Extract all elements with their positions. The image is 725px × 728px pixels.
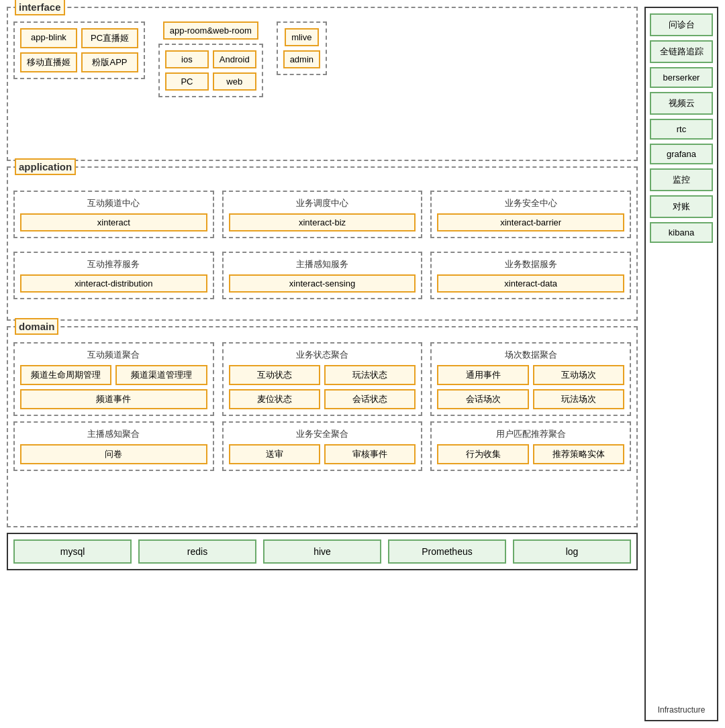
admin-box: admin xyxy=(283,50,320,68)
infra-wrapper: mysql redis hive Prometheus log xyxy=(7,533,638,570)
pc-box: PC xyxy=(165,72,209,91)
maiwei-state-box: 麦位状态 xyxy=(229,389,320,409)
xinteract-sensing-box: xinteract-sensing xyxy=(229,274,416,293)
prometheus-box: Prometheus xyxy=(388,539,506,564)
approom-container: app-room&web-room ios Android PC web xyxy=(158,21,263,97)
app-group-2: 业务调度中心 xinteract-biz xyxy=(222,191,423,238)
right-item-6: 监控 xyxy=(650,168,713,191)
right-item-2: berserker xyxy=(650,67,713,88)
pinddao-event-box: 频道事件 xyxy=(20,389,207,409)
app-row2: 互动推荐服务 xinteract-distribution 主播感知服务 xin… xyxy=(13,244,631,299)
hudong-changci-box: 互动场次 xyxy=(533,365,624,385)
shenhe-event-box: 审核事件 xyxy=(324,444,416,464)
songshen-box: 送审 xyxy=(229,444,320,464)
domain-label: domain xyxy=(15,318,58,335)
right-item-1: 全链路追踪 xyxy=(650,40,713,63)
xinteract-data-box: xinteract-data xyxy=(437,274,624,293)
xinteract-box: xinteract xyxy=(20,213,207,231)
domain-group-1-grid: 频道生命周期管理 频道渠道管理理 xyxy=(20,365,207,385)
android-box: Android xyxy=(213,50,256,68)
right-item-3: 视频云 xyxy=(650,92,713,115)
domain-group-4: 主播感知聚合 问卷 xyxy=(13,421,214,471)
app-blink-box: app-blink xyxy=(20,28,77,48)
domain-group-5-grid: 送审 审核事件 xyxy=(229,444,416,464)
domain-row2: 主播感知聚合 问卷 业务安全聚合 送审 审核事件 用户匹配推荐聚合 行为收集 xyxy=(13,421,631,471)
mysql-box: mysql xyxy=(13,539,132,564)
hive-box: hive xyxy=(263,539,381,564)
mobile-zhubo-box: 移动直播姬 xyxy=(20,52,77,72)
approom-group: ios Android PC web xyxy=(158,44,263,97)
interface-section: interface app-blink PC直播姬 移动直播姬 粉版APP ap… xyxy=(7,7,638,161)
domain-group-3-title: 场次数据聚合 xyxy=(505,349,557,361)
app-row1: 互动频道中心 xinteract 业务调度中心 xinteract-biz 业务… xyxy=(13,183,631,238)
domain-row1: 互动频道聚合 频道生命周期管理 频道渠道管理理 频道事件 业务状态聚合 互动状态… xyxy=(13,342,631,416)
pinddao-life-box: 频道生命周期管理 xyxy=(20,365,111,385)
approom-title-box: app-room&web-room xyxy=(163,21,258,40)
mlive-group: mlive admin xyxy=(277,21,327,75)
right-item-8: kibana xyxy=(650,222,713,243)
application-label: application xyxy=(15,158,76,175)
domain-group-2-title: 业务状态聚合 xyxy=(296,349,348,361)
infra-label: Infrastructure xyxy=(658,705,706,715)
web-box: web xyxy=(213,72,256,91)
wanfa-state-box: 玩法状态 xyxy=(324,365,416,385)
app-group-6-title: 业务数据服务 xyxy=(505,258,557,270)
xinteract-dist-box: xinteract-distribution xyxy=(20,274,207,293)
tongyong-event-box: 通用事件 xyxy=(437,365,528,385)
domain-group-5: 业务安全聚合 送审 审核事件 xyxy=(222,421,423,471)
domain-group-1: 互动频道聚合 频道生命周期管理 频道渠道管理理 频道事件 xyxy=(13,342,214,416)
domain-group-3-grid: 通用事件 互动场次 会话场次 玩法场次 xyxy=(437,365,624,409)
mlive-box: mlive xyxy=(285,28,318,46)
app-group-3: 业务安全中心 xinteract-barrier xyxy=(430,191,631,238)
domain-group-6-grid: 行为收集 推荐策略实体 xyxy=(437,444,624,464)
main-content: interface app-blink PC直播姬 移动直播姬 粉版APP ap… xyxy=(0,0,644,728)
right-item-0: 问诊台 xyxy=(650,13,713,36)
redis-box: redis xyxy=(138,539,256,564)
interface-inner: app-blink PC直播姬 移动直播姬 粉版APP app-room&web… xyxy=(13,15,631,97)
right-item-5: grafana xyxy=(650,144,713,164)
right-item-4: rtc xyxy=(650,119,713,140)
xingwei-collect-box: 行为收集 xyxy=(437,444,528,464)
huihua-state-box: 会话状态 xyxy=(324,389,416,409)
fenban-app-box: 粉版APP xyxy=(81,52,138,72)
xinteract-biz-box: xinteract-biz xyxy=(229,213,416,231)
pc-zhubo-box: PC直播姬 xyxy=(81,28,138,48)
app-group-5: 主播感知服务 xinteract-sensing xyxy=(222,252,423,299)
right-item-7: 对账 xyxy=(650,195,713,218)
wenjuan-box: 问卷 xyxy=(20,444,207,464)
hudong-state-box: 互动状态 xyxy=(229,365,320,385)
domain-group-5-title: 业务安全聚合 xyxy=(296,428,348,440)
app-group-6: 业务数据服务 xinteract-data xyxy=(430,252,631,299)
domain-group-6: 用户匹配推荐聚合 行为收集 推荐策略实体 xyxy=(430,421,631,471)
interface-left-group: app-blink PC直播姬 移动直播姬 粉版APP xyxy=(13,21,145,79)
domain-group-1-title: 互动频道聚合 xyxy=(87,349,140,361)
app-group-4-title: 互动推荐服务 xyxy=(87,258,140,270)
infra-row: mysql redis hive Prometheus log xyxy=(7,533,638,570)
domain-group-3: 场次数据聚合 通用事件 互动场次 会话场次 玩法场次 xyxy=(430,342,631,416)
pinddao-channel-box: 频道渠道管理理 xyxy=(115,365,207,385)
app-group-4: 互动推荐服务 xinteract-distribution xyxy=(13,252,214,299)
interface-label: interface xyxy=(15,0,65,15)
domain-group-2-grid: 互动状态 玩法状态 麦位状态 会话状态 xyxy=(229,365,416,409)
app-group-2-title: 业务调度中心 xyxy=(296,197,348,209)
tuijian-strategy-box: 推荐策略实体 xyxy=(533,444,624,464)
domain-inner: 互动频道聚合 频道生命周期管理 频道渠道管理理 频道事件 业务状态聚合 互动状态… xyxy=(13,334,631,471)
approom-grid: ios Android PC web xyxy=(165,50,256,91)
huihua-changci-box: 会话场次 xyxy=(437,389,528,409)
domain-group-6-title: 用户匹配推荐聚合 xyxy=(496,428,566,440)
app-group-1: 互动频道中心 xinteract xyxy=(13,191,214,238)
wanfa-changci-box: 玩法场次 xyxy=(533,389,624,409)
application-section: application 互动频道中心 xinteract 业务调度中心 xint… xyxy=(7,166,638,321)
interface-left-grid: app-blink PC直播姬 移动直播姬 粉版APP xyxy=(20,28,138,72)
domain-group-2: 业务状态聚合 互动状态 玩法状态 麦位状态 会话状态 xyxy=(222,342,423,416)
ios-box: ios xyxy=(165,50,209,68)
xinteract-barrier-box: xinteract-barrier xyxy=(437,213,624,231)
log-box: log xyxy=(513,539,631,564)
app-group-1-title: 互动频道中心 xyxy=(87,197,140,209)
app-group-3-title: 业务安全中心 xyxy=(505,197,557,209)
domain-section: domain 互动频道聚合 频道生命周期管理 频道渠道管理理 频道事件 业务状态… xyxy=(7,326,638,527)
domain-group-4-title: 主播感知聚合 xyxy=(87,428,140,440)
app-group-5-title: 主播感知服务 xyxy=(296,258,348,270)
right-panel: 问诊台 全链路追踪 berserker 视频云 rtc grafana 监控 对… xyxy=(644,7,718,721)
